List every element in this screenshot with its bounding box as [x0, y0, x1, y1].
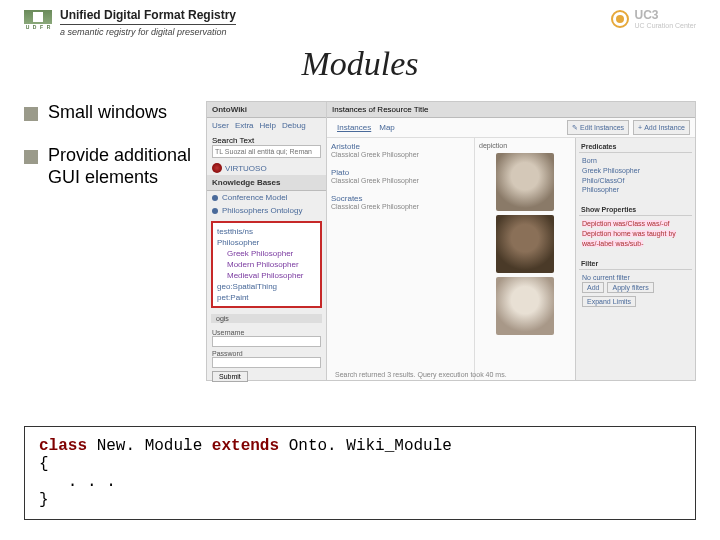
tab-debug[interactable]: Debug: [282, 121, 306, 130]
show-properties-head: Show Properties: [579, 204, 692, 216]
show-properties-body: Depiction was/Class was/-of Depiction ho…: [579, 216, 692, 251]
slide-title: Modules: [0, 45, 720, 83]
tree-item[interactable]: Greek Philosopher: [217, 248, 316, 259]
uc3-logo-icon: [611, 10, 629, 28]
tab-map[interactable]: Map: [379, 123, 395, 132]
slide-header: U D F R Unified Digital Format Registry …: [0, 0, 720, 37]
add-instance-button[interactable]: +Add Instance: [633, 120, 690, 135]
udfr-logo-icon: U D F R: [24, 8, 52, 36]
header-left: U D F R Unified Digital Format Registry …: [24, 8, 236, 37]
header-right: UC3 UC Curation Center: [611, 8, 696, 29]
virtuoso-line[interactable]: VIRTUOSO: [207, 161, 326, 175]
depiction-head: depiction: [479, 142, 571, 149]
filter-apply-button[interactable]: Apply filters: [607, 282, 653, 293]
thumbnail-image[interactable]: [496, 215, 554, 273]
login-block: Username Password Submit: [207, 325, 326, 386]
highlighted-module: testthis/ns Philosopher Greek Philosophe…: [211, 221, 322, 308]
plus-icon: +: [638, 124, 642, 131]
results-footer: Search returned 3 results. Query executi…: [335, 371, 507, 378]
header-title-block: Unified Digital Format Registry a semant…: [60, 8, 236, 37]
instances-content: Aristotle Classical Greek Philosopher Pl…: [327, 138, 695, 380]
instances-head: Instances of Resource Title: [327, 102, 695, 118]
username-input[interactable]: [212, 336, 321, 347]
kb-item[interactable]: Conference Model: [207, 191, 326, 204]
dot-icon: [212, 208, 218, 214]
tag[interactable]: ogis: [211, 314, 322, 323]
thumbnail-image[interactable]: [496, 153, 554, 211]
tab-user[interactable]: User: [212, 121, 229, 130]
edit-instances-button[interactable]: ✎Edit Instances: [567, 120, 629, 135]
properties-sidebar: Predicates Born Greek Philosopher Philo/…: [575, 138, 695, 380]
tree-item[interactable]: Medieval Philosopher: [217, 270, 316, 281]
virtuoso-icon: [212, 163, 222, 173]
submit-button[interactable]: Submit: [212, 371, 248, 382]
username-label: Username: [212, 329, 321, 336]
search-block: Search Text: [207, 133, 326, 161]
tree-item[interactable]: geo:SpatialThing: [217, 281, 316, 292]
thumbnail-image[interactable]: [496, 277, 554, 335]
tab-extra[interactable]: Extra: [235, 121, 254, 130]
right-tabs: Instances Map: [332, 120, 400, 135]
bullet-item: Small windows: [24, 101, 194, 124]
dot-icon: [212, 195, 218, 201]
bullet-item: Provide additional GUI elements: [24, 144, 194, 189]
app-right-panel: Instances of Resource Title Instances Ma…: [327, 102, 695, 380]
instances-list: Aristotle Classical Greek Philosopher Pl…: [327, 138, 475, 380]
kb-head: Knowledge Bases: [207, 175, 326, 191]
pencil-icon: ✎: [572, 124, 578, 132]
filter-add-button[interactable]: Add: [582, 282, 604, 293]
search-label: Search Text: [212, 136, 321, 145]
filter-body: No current filter Add Apply filters Expa…: [579, 270, 692, 311]
body-area: Small windows Provide additional GUI ele…: [0, 101, 720, 381]
tab-help[interactable]: Help: [260, 121, 276, 130]
search-input[interactable]: [212, 145, 321, 158]
bullet-list: Small windows Provide additional GUI ele…: [24, 101, 194, 381]
filter-head: Filter: [579, 258, 692, 270]
predicates-head: Predicates: [579, 141, 692, 153]
left-tabs: User Extra Help Debug: [207, 118, 326, 133]
tree-item[interactable]: pet:Paint: [217, 292, 316, 303]
bullet-square-icon: [24, 107, 38, 121]
header-tagline: a semantic registry for digital preserva…: [60, 27, 236, 37]
tree-item[interactable]: Modern Philosopher: [217, 259, 316, 270]
tree-item[interactable]: Philosopher: [217, 237, 316, 248]
list-item[interactable]: Plato Classical Greek Philosopher: [331, 168, 470, 184]
list-item[interactable]: Socrates Classical Greek Philosopher: [331, 194, 470, 210]
bullet-square-icon: [24, 150, 38, 164]
app-left-panel: OntoWiki User Extra Help Debug Search Te…: [207, 102, 327, 380]
tab-instances[interactable]: Instances: [337, 123, 371, 132]
ontowiki-head: OntoWiki: [207, 102, 326, 118]
password-input[interactable]: [212, 357, 321, 368]
app-screenshot: OntoWiki User Extra Help Debug Search Te…: [206, 101, 696, 381]
password-label: Password: [212, 350, 321, 357]
depiction-column: depiction: [475, 138, 575, 380]
expand-limits-button[interactable]: Expand Limits: [582, 296, 636, 307]
header-title: Unified Digital Format Registry: [60, 8, 236, 22]
predicates-body: Born Greek Philosopher Philo/ClassOf Phi…: [579, 153, 692, 198]
code-block: class New. Module extends Onto. Wiki_Mod…: [24, 426, 696, 520]
kb-item[interactable]: Philosophers Ontology: [207, 204, 326, 217]
uc3-text: UC3 UC Curation Center: [635, 8, 696, 29]
list-item[interactable]: Aristotle Classical Greek Philosopher: [331, 142, 470, 158]
